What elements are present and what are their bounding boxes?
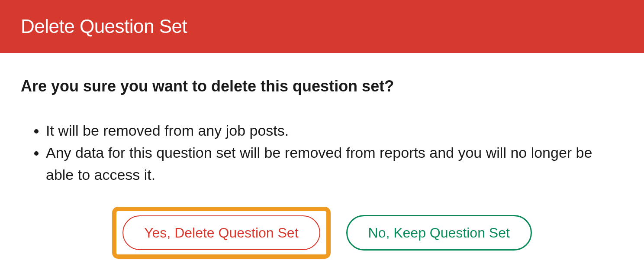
list-item: It will be removed from any job posts. xyxy=(46,120,623,142)
list-item: Any data for this question set will be r… xyxy=(46,142,623,186)
dialog-header: Delete Question Set xyxy=(0,0,644,53)
highlight-frame: Yes, Delete Question Set xyxy=(112,207,330,259)
confirm-delete-button[interactable]: Yes, Delete Question Set xyxy=(122,215,320,250)
dialog-title: Delete Question Set xyxy=(21,16,623,37)
cancel-button[interactable]: No, Keep Question Set xyxy=(346,215,532,251)
dialog-actions: Yes, Delete Question Set No, Keep Questi… xyxy=(21,207,623,259)
consequence-list: It will be removed from any job posts. A… xyxy=(21,120,623,186)
confirm-question: Are you sure you want to delete this que… xyxy=(21,77,623,95)
dialog-body: Are you sure you want to delete this que… xyxy=(0,53,644,267)
